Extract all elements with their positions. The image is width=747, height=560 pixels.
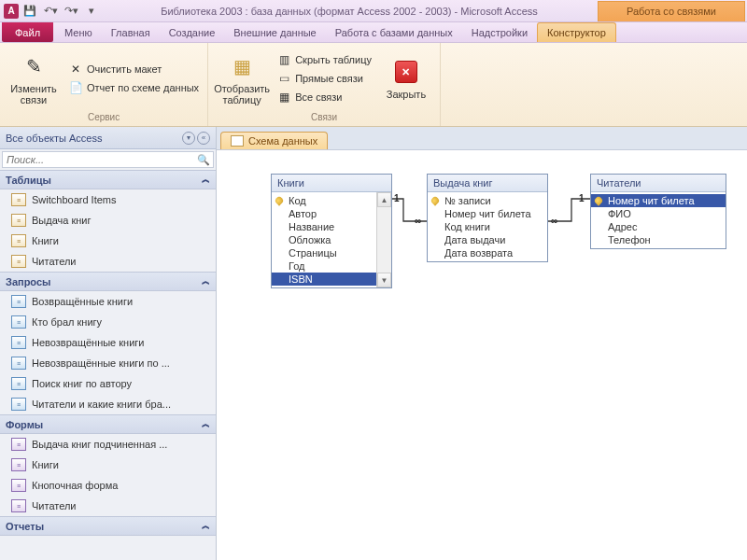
navigation-pane: Все объекты Access ▾ « 🔍 Таблицы︽≡Switch… — [0, 127, 217, 560]
nav-group-header[interactable]: Формы︽ — [0, 414, 216, 434]
table-icon: ≡ — [11, 234, 26, 247]
cardinality-label: ∞ — [551, 216, 557, 226]
ribbon: ✎ Изменить связи ✕Очистить макет 📄Отчет … — [0, 43, 747, 127]
table-field[interactable]: Название — [272, 220, 391, 233]
save-icon[interactable]: 💾 — [21, 3, 39, 20]
table-field[interactable]: Год — [272, 259, 391, 273]
title-bar: A 💾 ↶▾ ↷▾ ▾ Библиотека 2003 : база данны… — [0, 0, 747, 22]
nav-item[interactable]: ≡Невозвращённые книги по ... — [0, 353, 216, 373]
show-table-button[interactable]: ▦ Отобразить таблицу — [214, 49, 270, 107]
report-icon: 📄 — [68, 80, 83, 95]
nav-group-header[interactable]: Таблицы︽ — [0, 170, 216, 189]
nav-item[interactable]: ≡Невозвращённые книги — [0, 332, 216, 353]
scrollbar[interactable]: ▲▼ — [376, 192, 391, 287]
document-area: Схема данных КнигиКодАвторНазваниеОбложк… — [217, 127, 747, 560]
nav-item[interactable]: ≡Читатели и какие книги бра... — [0, 394, 216, 414]
collapse-icon: ︽ — [202, 275, 210, 287]
table-icon: ≡ — [11, 214, 26, 227]
form-icon: ≡ — [11, 479, 26, 492]
close-button[interactable]: ✕ Закрыть — [378, 55, 434, 102]
relationship-report-button[interactable]: 📄Отчет по схеме данных — [65, 79, 202, 96]
table-field[interactable]: ФИО — [591, 207, 726, 220]
menu-tab[interactable]: Конструктор — [537, 22, 616, 42]
table-field[interactable]: Страницы — [272, 246, 391, 259]
form-icon: ≡ — [11, 438, 26, 451]
relationships-icon — [231, 135, 244, 147]
scroll-up-icon[interactable]: ▲ — [377, 192, 391, 207]
nav-item[interactable]: ≡Поиск книг по автору — [0, 373, 216, 394]
table-title[interactable]: Выдача книг — [428, 175, 547, 192]
table-field[interactable]: Дата выдачи — [428, 233, 547, 246]
table-box[interactable]: Выдача книг№ записиНомер чит билетаКод к… — [427, 174, 548, 262]
direct-rel-button[interactable]: ▭Прямые связи — [274, 70, 374, 87]
table-title[interactable]: Книги — [272, 175, 391, 192]
table-field[interactable]: Автор — [272, 207, 391, 220]
redo-icon[interactable]: ↷▾ — [62, 3, 80, 20]
nav-item[interactable]: ≡Книги — [0, 231, 216, 251]
nav-group-header[interactable]: Отчеты︽ — [0, 516, 216, 536]
nav-item[interactable]: ≡Выдача книг подчиненная ... — [0, 434, 216, 455]
nav-item[interactable]: ≡Выдача книг — [0, 210, 216, 231]
table-field[interactable]: Код книги — [428, 220, 547, 233]
document-tab[interactable]: Схема данных — [220, 132, 328, 149]
nav-item-label: Выдача книг подчиненная ... — [32, 439, 167, 450]
nav-collapse-icon[interactable]: « — [197, 132, 210, 145]
nav-item-label: Switchboard Items — [32, 194, 116, 205]
table-field[interactable]: Обложка — [272, 233, 391, 246]
nav-item[interactable]: ≡Читатели — [0, 496, 216, 516]
table-field[interactable]: Телефон — [591, 233, 726, 246]
nav-menu-icon[interactable]: ▾ — [182, 132, 195, 145]
cardinality-label: 1 — [579, 193, 585, 203]
collapse-icon: ︽ — [202, 174, 210, 186]
nav-item[interactable]: ≡Читатели — [0, 251, 216, 272]
menu-tab[interactable]: Создание — [160, 22, 225, 42]
nav-header[interactable]: Все объекты Access ▾ « — [0, 127, 216, 149]
scroll-down-icon[interactable]: ▼ — [377, 273, 391, 287]
table-field[interactable]: Номер чит билета — [591, 194, 726, 207]
table-field[interactable]: Адрес — [591, 220, 726, 233]
table-box[interactable]: КнигиКодАвторНазваниеОбложкаСтраницыГодI… — [271, 174, 392, 288]
query-icon: ≡ — [11, 336, 26, 349]
all-rel-icon: ▦ — [276, 90, 291, 105]
table-field[interactable]: Номер чит билета — [428, 207, 547, 220]
relationships-diagram[interactable]: КнигиКодАвторНазваниеОбложкаСтраницыГодI… — [217, 149, 747, 560]
search-icon[interactable]: 🔍 — [194, 152, 213, 167]
search-box[interactable]: 🔍 — [2, 151, 214, 168]
menu-tab[interactable]: Главная — [102, 22, 160, 42]
window-title: Библиотека 2003 : база данных (формат Ac… — [101, 6, 598, 17]
table-title[interactable]: Читатели — [591, 175, 726, 192]
clear-icon: ✕ — [68, 62, 83, 77]
group-label: Сервис — [6, 112, 202, 124]
nav-item[interactable]: ≡Возвращённые книги — [0, 291, 216, 312]
qat-more-icon[interactable]: ▾ — [82, 3, 101, 20]
table-field[interactable]: Дата возврата — [428, 246, 547, 259]
clear-layout-button[interactable]: ✕Очистить макет — [65, 61, 202, 77]
menu-tab[interactable]: Меню — [55, 22, 102, 42]
menu-tab[interactable]: Надстройки — [462, 22, 537, 42]
table-box[interactable]: ЧитателиНомер чит билетаФИОАдресТелефон — [590, 174, 726, 249]
query-icon: ≡ — [11, 357, 26, 370]
hide-table-button[interactable]: ▥Скрыть таблицу — [274, 51, 374, 68]
file-tab[interactable]: Файл — [2, 22, 53, 42]
table-field[interactable]: ISBN — [272, 273, 391, 286]
nav-item[interactable]: ≡Кто брал книгу — [0, 312, 216, 332]
nav-group-header[interactable]: Запросы︽ — [0, 272, 216, 291]
all-rel-button[interactable]: ▦Все связи — [274, 89, 374, 105]
edit-relationships-button[interactable]: ✎ Изменить связи — [6, 49, 62, 107]
direct-rel-icon: ▭ — [276, 71, 291, 86]
nav-item[interactable]: ≡Кнопочная форма — [0, 475, 216, 496]
search-input[interactable] — [3, 152, 194, 167]
query-icon: ≡ — [11, 315, 26, 329]
nav-item[interactable]: ≡Книги — [0, 455, 216, 475]
menu-tab[interactable]: Внешние данные — [224, 22, 325, 42]
undo-icon[interactable]: ↶▾ — [41, 3, 60, 20]
nav-item-label: Книги — [32, 459, 59, 470]
table-field[interactable]: Код — [272, 194, 391, 207]
context-tab-title: Работа со связями — [598, 1, 745, 21]
nav-item[interactable]: ≡Switchboard Items — [0, 189, 216, 210]
table-icon: ≡ — [11, 255, 26, 268]
table-field[interactable]: № записи — [428, 194, 547, 207]
menu-tab[interactable]: Работа с базами данных — [326, 22, 462, 42]
nav-item-label: Кнопочная форма — [32, 480, 118, 491]
nav-item-label: Невозвращённые книги — [32, 337, 144, 348]
